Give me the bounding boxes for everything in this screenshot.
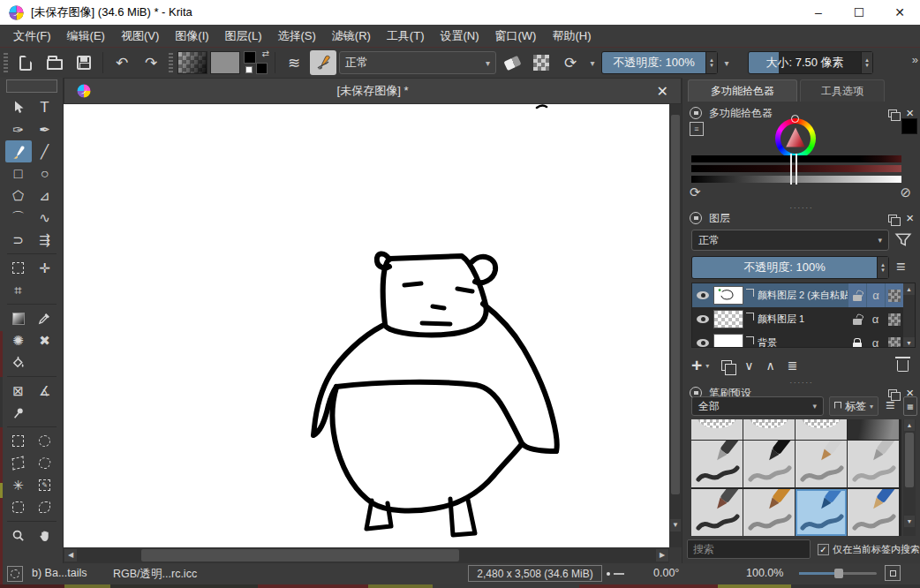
brush-size-spinner[interactable]: ▴▾ xyxy=(861,52,872,73)
blending-mode-dropdown[interactable]: 正常 ▾ xyxy=(339,51,496,74)
brush-preset-stylus-dark[interactable] xyxy=(691,441,743,487)
tool-similar-color-select[interactable]: ✳ xyxy=(5,474,32,496)
statusbar-zoom-value[interactable]: 100.0% xyxy=(746,567,783,579)
foreground-color-swatch[interactable] xyxy=(244,51,256,64)
slider-handle[interactable] xyxy=(790,163,797,174)
tool-bezier-curve[interactable]: ⌒ xyxy=(5,207,32,229)
layer-row-paint-layer-1[interactable]: 颜料图层 1 α xyxy=(692,307,915,331)
tool-reference-images[interactable] xyxy=(5,402,32,424)
float-docker-icon[interactable] xyxy=(888,109,897,117)
layer-opacity-slider[interactable]: 不透明度: 100% ▴▾ xyxy=(691,256,889,279)
selection-mode-icon[interactable] xyxy=(7,566,23,582)
scroll-left-icon[interactable]: ◀ xyxy=(64,549,77,562)
tool-polyline[interactable]: ⊿ xyxy=(32,185,58,207)
scroll-up-icon[interactable]: ▲ xyxy=(903,283,915,295)
tool-calligraphy[interactable]: ✒ xyxy=(32,118,58,140)
tab-advanced-color-selector[interactable]: 多功能拾色器 xyxy=(688,79,797,102)
layer-thumbnail[interactable] xyxy=(713,334,743,348)
vscroll-thumb[interactable] xyxy=(671,115,680,494)
preserve-alpha-button[interactable] xyxy=(528,50,554,75)
menu-item-tools[interactable]: 工具(T) xyxy=(379,25,433,48)
tool-ellipse-select[interactable] xyxy=(32,430,58,452)
thumbnail-size-button[interactable]: ▦ xyxy=(903,396,917,416)
current-color-swatch[interactable] xyxy=(901,118,917,134)
default-colors-swatch[interactable] xyxy=(245,66,253,73)
close-docker-icon[interactable]: × xyxy=(906,214,914,222)
tool-transform[interactable] xyxy=(5,257,32,279)
brush-preset-round-brush-dark[interactable] xyxy=(691,489,743,536)
brush-preset-partial[interactable] xyxy=(848,419,899,440)
pattern-chooser-button[interactable] xyxy=(210,51,240,74)
brush-preset-partial[interactable] xyxy=(796,419,847,440)
refresh-history-icon[interactable]: ⟳ xyxy=(690,185,701,200)
tool-outline-select[interactable] xyxy=(5,496,32,518)
close-button[interactable]: ✕ xyxy=(879,0,920,25)
menu-item-settings[interactable]: 设置(N) xyxy=(432,25,486,48)
menu-item-help[interactable]: 帮助(H) xyxy=(544,25,599,48)
layer-alpha-toggle[interactable]: α xyxy=(866,331,885,348)
toolbar-overflow-button[interactable]: » xyxy=(912,53,918,66)
layer-options-hamburger-icon[interactable]: ≡ xyxy=(896,260,906,274)
tool-freehand-brush[interactable] xyxy=(5,140,32,162)
eraser-mode-button[interactable] xyxy=(499,50,525,75)
zoom-slider-thumb[interactable] xyxy=(834,569,843,578)
brush-preset-round-brush-orange[interactable] xyxy=(743,489,795,536)
redo-button[interactable]: ↷ xyxy=(138,50,164,75)
tool-magnetic-select[interactable] xyxy=(32,496,58,518)
tool-gradient[interactable] xyxy=(5,307,32,329)
tool-polygon[interactable]: ⬠ xyxy=(5,185,32,207)
tool-freehand-path[interactable]: ∿ xyxy=(32,207,58,229)
tool-edit-shapes[interactable]: ✑ xyxy=(5,118,32,140)
toolbar-grip[interactable] xyxy=(4,53,8,72)
close-docker-icon[interactable]: × xyxy=(906,109,914,117)
layer-properties-button[interactable]: ≣ xyxy=(788,358,798,373)
layer-lock-toggle[interactable] xyxy=(848,283,866,307)
float-docker-icon[interactable] xyxy=(888,215,897,222)
gradient-chooser-button[interactable] xyxy=(177,51,207,74)
delete-layer-button[interactable] xyxy=(897,360,909,372)
docker-resize-handle[interactable]: ...... xyxy=(682,203,920,208)
menu-item-file[interactable]: 文件(F) xyxy=(5,25,59,48)
new-document-button[interactable] xyxy=(12,50,39,75)
layer-lock-toggle[interactable] xyxy=(848,307,866,331)
layer-thumbnail[interactable] xyxy=(713,286,743,305)
tool-select[interactable] xyxy=(5,96,32,118)
tool-text[interactable]: T xyxy=(32,96,58,118)
menu-item-filter[interactable]: 滤镜(R) xyxy=(324,25,379,48)
color-slider-1[interactable] xyxy=(691,155,901,162)
menu-item-layer[interactable]: 图层(L) xyxy=(217,25,270,48)
scroll-right-icon[interactable]: ▶ xyxy=(656,549,668,562)
tool-smart-patch[interactable]: ✖ xyxy=(32,329,58,351)
tool-measure[interactable]: ∡ xyxy=(32,380,58,402)
tool-multibrush[interactable]: ⇶ xyxy=(32,229,58,251)
canvas[interactable] xyxy=(64,104,669,547)
edit-brush-settings-button[interactable] xyxy=(310,50,336,75)
tool-bezier-select[interactable]: ✎ xyxy=(32,474,58,496)
reload-dropdown-arrow[interactable]: ▾ xyxy=(586,58,599,68)
menu-item-image[interactable]: 图像(I) xyxy=(167,25,216,48)
tool-crop[interactable]: ⌗ xyxy=(5,279,32,301)
canvas-vertical-scrollbar[interactable]: ▼ xyxy=(669,104,682,547)
statusbar-color-profile[interactable]: RGB/透明...rc.icc xyxy=(113,567,197,582)
tool-colorize-mask[interactable]: ✺ xyxy=(5,329,32,351)
menu-item-window[interactable]: 窗口(W) xyxy=(487,25,545,48)
brush-preset-watercolor-blue[interactable] xyxy=(796,489,847,536)
layer-name[interactable]: 颜料图层 2 (来自粘贴) xyxy=(758,289,848,302)
statusbar-rotation-angle[interactable]: 0.00° xyxy=(653,567,679,579)
tool-pan[interactable] xyxy=(32,524,58,547)
layer-name[interactable]: 颜料图层 1 xyxy=(758,313,848,326)
docker-lock-icon[interactable] xyxy=(690,212,702,224)
fit-canvas-button[interactable] xyxy=(885,565,901,581)
tool-rectangle[interactable]: □ xyxy=(5,162,32,185)
menu-item-view[interactable]: 视图(V) xyxy=(113,25,167,48)
add-layer-dropdown-arrow[interactable]: ▾ xyxy=(705,362,709,370)
tool-dynamic-brush[interactable]: ⊃ xyxy=(5,229,32,251)
tool-freehand-select[interactable] xyxy=(32,452,58,474)
add-layer-button[interactable]: + xyxy=(691,355,702,376)
background-color-swatch[interactable] xyxy=(256,63,268,74)
layer-blend-mode-dropdown[interactable]: 正常 ▾ xyxy=(691,230,889,251)
menu-item-edit[interactable]: 编辑(E) xyxy=(59,25,113,48)
opacity-spinner[interactable]: ▴▾ xyxy=(705,52,717,73)
layer-visibility-toggle[interactable] xyxy=(692,339,713,347)
color-selector-settings-icon[interactable]: ≡ xyxy=(690,122,704,136)
